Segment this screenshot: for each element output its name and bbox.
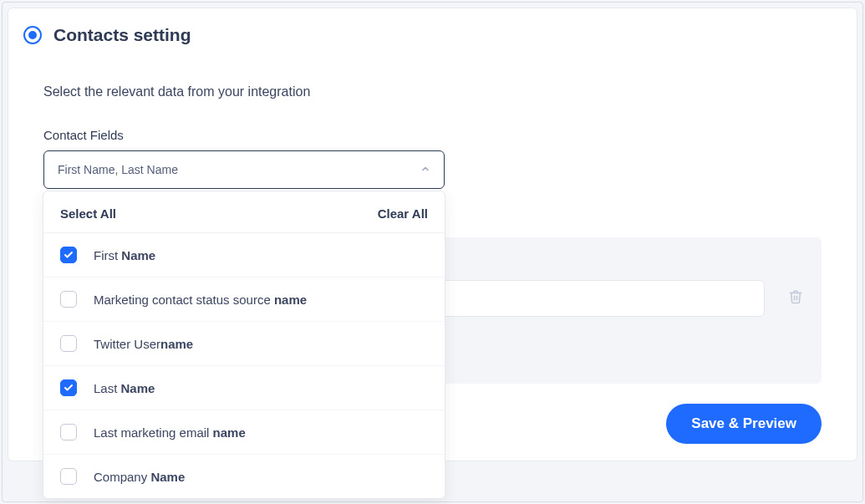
filter-value-input[interactable]: lue bbox=[414, 280, 765, 317]
checkbox-icon bbox=[60, 379, 77, 396]
dropdown-option-label: Last Name bbox=[94, 381, 155, 395]
dropdown-option-label: Marketing contact status source name bbox=[94, 293, 307, 307]
dropdown-header: Select All Clear All bbox=[43, 191, 445, 233]
contact-fields-label: Contact Fields bbox=[43, 128, 822, 142]
trash-icon[interactable] bbox=[788, 288, 803, 308]
dropdown-option[interactable]: Company Name bbox=[43, 455, 445, 498]
chevron-up-icon bbox=[420, 163, 430, 176]
radio-selected-icon bbox=[23, 26, 42, 44]
dropdown-option[interactable]: Marketing contact status source name bbox=[43, 277, 445, 322]
contact-fields-select[interactable]: First Name, Last Name bbox=[43, 150, 445, 189]
checkbox-icon bbox=[60, 291, 77, 308]
checkbox-icon bbox=[60, 335, 77, 352]
dropdown-option[interactable]: Twitter Username bbox=[43, 322, 445, 366]
dropdown-option-label: Twitter Username bbox=[94, 337, 193, 351]
contacts-setting-title: Contacts setting bbox=[53, 25, 191, 45]
dropdown-option[interactable]: First Name bbox=[43, 233, 445, 277]
contacts-setting-header[interactable]: Contacts setting bbox=[8, 8, 857, 63]
section-subtitle: Select the relevant data from your integ… bbox=[43, 84, 822, 99]
dropdown-option-label: First Name bbox=[94, 248, 155, 262]
contact-fields-dropdown: Select All Clear All First NameMarketing… bbox=[43, 191, 445, 499]
dropdown-option[interactable]: Last Name bbox=[43, 366, 445, 410]
select-all-button[interactable]: Select All bbox=[60, 206, 116, 221]
clear-all-button[interactable]: Clear All bbox=[378, 206, 428, 221]
checkbox-icon bbox=[60, 468, 77, 485]
dropdown-option[interactable]: Last marketing email name bbox=[43, 410, 445, 455]
save-preview-button[interactable]: Save & Preview bbox=[666, 404, 822, 444]
contact-fields-select-value: First Name, Last Name bbox=[58, 163, 178, 176]
checkbox-icon bbox=[60, 424, 77, 440]
dropdown-option-label: Last marketing email name bbox=[94, 425, 246, 440]
dropdown-option-label: Company Name bbox=[94, 470, 185, 484]
checkbox-icon bbox=[60, 247, 77, 263]
